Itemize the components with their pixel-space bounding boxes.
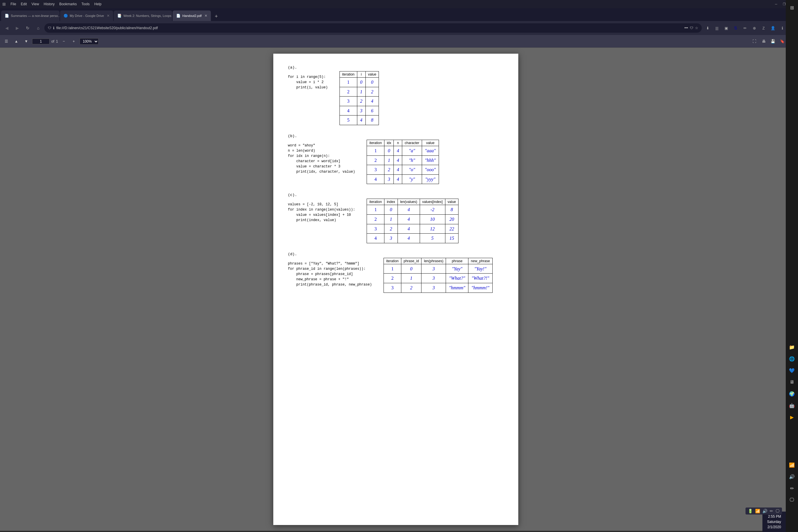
volume-tray-icon[interactable]: 🔊 <box>762 509 767 513</box>
pdf-page-of: of <box>51 39 54 43</box>
monitor-icon[interactable]: 🖵 <box>786 495 797 505</box>
main-area: (a). for i in range(5): value = i * 2 pr… <box>0 48 798 531</box>
section-b-code-block: word = "ahoy" n = len(word) for idx in r… <box>288 143 355 174</box>
arrow-icon[interactable]: ▶ <box>786 412 797 422</box>
table-row: 212 <box>340 87 379 97</box>
tab-gdrive-close[interactable]: ✕ <box>107 14 110 18</box>
secure-icon: 🛡 <box>48 26 51 30</box>
table-row: 434 "y" "yyy" <box>367 174 439 184</box>
info-icon: ℹ <box>53 26 55 30</box>
section-a-col-i: i <box>357 72 365 78</box>
windows-logo-icon[interactable]: ⊞ <box>786 2 797 13</box>
pdf-up-button[interactable]: ▲ <box>12 37 20 45</box>
table-row: 324 <box>340 97 379 106</box>
volume-icon[interactable]: 🔊 <box>786 471 797 482</box>
section-d-label: (d). <box>288 252 372 256</box>
forward-button[interactable]: ▶ <box>13 24 22 32</box>
pdf-print-icon[interactable]: 🖶 <box>760 37 768 45</box>
menu-view[interactable]: View <box>29 2 41 6</box>
tab-handout2-close[interactable]: ✕ <box>205 14 207 18</box>
pdf-zoom-select[interactable]: 100% 75% 125% 150% <box>80 38 99 45</box>
pdf-container: (a). for i in range(5): value = i * 2 pr… <box>0 48 792 531</box>
monitor-tray-icon[interactable]: 🖵 <box>776 509 780 513</box>
person-icon[interactable]: 👤 <box>769 24 777 32</box>
lifeguard-icon[interactable]: ⊕ <box>750 24 758 32</box>
pdf-fullscreen-icon[interactable]: ⛶ <box>750 37 758 45</box>
menu-bar: ⊞ File Edit View History Bookmarks Tools… <box>0 0 798 8</box>
section-a-handwritten-table: iteration i value 100 212 324 436 548 <box>340 71 379 125</box>
tab-gdrive-label: My Drive - Google Drive <box>70 14 104 18</box>
system-clock: 2:55 PM Saturday 2/1/2020 <box>762 512 786 532</box>
battery-icon[interactable]: 🔋 <box>748 509 753 513</box>
tab-handout2[interactable]: 📄 Handout2.pdf ✕ <box>173 11 211 21</box>
windows-icon: ⊞ <box>2 2 6 6</box>
menu-file[interactable]: File <box>8 2 18 6</box>
tab-week2[interactable]: 📑 Week 2: Numbers, Strings, Loops ✕ <box>114 11 172 21</box>
pdf-zoom-in[interactable]: + <box>70 37 78 45</box>
section-b-col-n: n <box>394 140 402 146</box>
address-bar[interactable]: 🛡 ℹ file:///D:/alinen/cs21/CS21WebsiteS2… <box>44 23 702 33</box>
table-row: 548 <box>340 115 379 125</box>
section-b-col-iteration: iteration <box>367 140 384 146</box>
earth-icon[interactable]: 🌍 <box>786 388 797 399</box>
section-b-col-idx: idx <box>384 140 394 146</box>
section-d-col-newphrase: new_phrase <box>469 258 492 264</box>
pdf-down-button[interactable]: ▼ <box>22 37 30 45</box>
zotero-icon[interactable]: Z <box>760 24 768 32</box>
star-icon[interactable]: ☆ <box>695 26 698 30</box>
display-icon[interactable]: 🖥 <box>786 377 797 387</box>
section-c-col-valuesindex: values[index] <box>420 199 445 205</box>
file-explorer-icon[interactable]: 📁 <box>786 342 797 352</box>
pdf-toolbar: ☰ ▲ ▼ of 1 − + 100% 75% 125% 150% ⛶ 🖶 💾 … <box>0 35 798 48</box>
skype-icon[interactable]: S <box>732 24 740 32</box>
minimize-button[interactable]: ─ <box>773 1 779 7</box>
wifi-tray-icon[interactable]: 📶 <box>755 509 760 513</box>
tab-gdrive[interactable]: 🔵 My Drive - Google Drive ✕ <box>60 11 113 21</box>
section-a-col-iteration: iteration <box>340 72 357 78</box>
refresh-button[interactable]: ↻ <box>23 24 32 32</box>
section-c-col-value: value <box>445 199 458 205</box>
pdf-sidebar-toggle[interactable]: ☰ <box>2 37 11 45</box>
system-tray-icons: 🔋 📶 🔊 ✏ 🖵 <box>745 508 782 514</box>
section-d: (d). phrases = ["Yay", "What?", "hmmm"] … <box>288 252 504 293</box>
home-button[interactable]: ⌂ <box>34 24 43 32</box>
pdf-zoom-out[interactable]: − <box>60 37 68 45</box>
pdf-bookmark-icon[interactable]: 🔖 <box>778 37 786 45</box>
menu-bookmarks[interactable]: Bookmarks <box>57 2 79 6</box>
tab-handout2-icon: 📄 <box>176 14 180 18</box>
table-row: 214 1020 <box>367 214 458 224</box>
back-button[interactable]: ◀ <box>2 24 11 32</box>
info-nav-icon[interactable]: ℹ <box>778 24 786 32</box>
pdf-page-input[interactable] <box>32 38 50 44</box>
pdf-save-icon[interactable]: 💾 <box>769 37 777 45</box>
wifi-icon[interactable]: 📶 <box>786 460 797 470</box>
sidebar-toggle-icon[interactable]: ▣ <box>722 24 730 32</box>
tab-summaries[interactable]: 📄 Summaries — a non-linear perso... ✕ <box>1 11 59 21</box>
section-a-code-block: for i in range(5): value = i * 2 print(i… <box>288 74 328 90</box>
library-icon[interactable]: ||| <box>713 24 721 32</box>
pen-icon[interactable]: ✏ <box>786 483 797 494</box>
more-icon[interactable]: ••• <box>684 26 688 30</box>
section-b-handwritten-table: iteration idx n character value 104 "a" <box>367 140 439 184</box>
menu-history[interactable]: History <box>41 2 57 6</box>
section-a-label: (a). <box>288 65 328 70</box>
windows-sidebar: ⊞ 📁 🌐 💙 🖥 🌍 🤖 ▶ 📶 🔊 ✏ 🖵 <box>786 0 798 532</box>
table-row: 104 -28 <box>367 205 458 215</box>
robot-icon[interactable]: 🤖 <box>786 400 797 411</box>
pen-tray-icon[interactable]: ✏ <box>770 509 773 513</box>
section-d-col-iteration: iteration <box>384 258 401 264</box>
pen-nav-icon[interactable]: ✏ <box>741 24 749 32</box>
new-tab-button[interactable]: + <box>211 12 221 21</box>
tab-week2-label: Week 2: Numbers, Strings, Loops <box>124 14 171 18</box>
menu-help[interactable]: Help <box>92 2 104 6</box>
tab-summaries-label: Summaries — a non-linear perso... <box>11 14 59 18</box>
vscode-icon[interactable]: 💙 <box>786 365 797 376</box>
menu-tools[interactable]: Tools <box>79 2 92 6</box>
bookmark-icon[interactable]: 🛡 <box>690 26 693 30</box>
menu-edit[interactable]: Edit <box>18 2 29 6</box>
download-icon[interactable]: ⬇ <box>703 24 712 32</box>
section-c-handwritten-table: iteration index len(values) values[index… <box>367 198 458 243</box>
chrome-icon[interactable]: 🌐 <box>786 354 797 364</box>
section-d-col-phrase: phrase <box>446 258 469 264</box>
table-row: 436 <box>340 106 379 115</box>
